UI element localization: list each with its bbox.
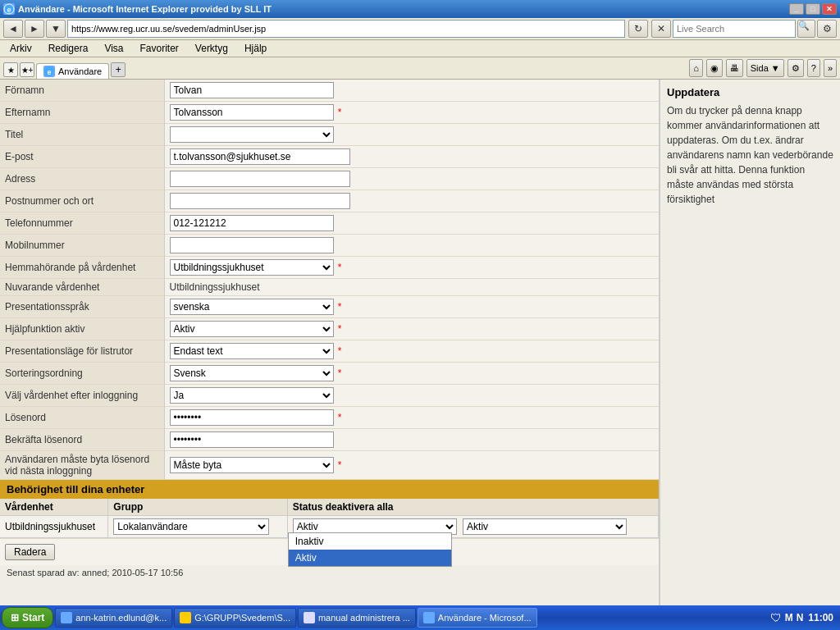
label-losenord: Lösenord xyxy=(0,407,164,429)
menu-visa[interactable]: Visa xyxy=(101,42,126,55)
input-epost[interactable] xyxy=(170,148,350,165)
label-hjalp: Hjälpfunktion aktiv xyxy=(0,318,164,340)
main-row: Förnamn Efternamn * Titel xyxy=(0,80,840,611)
refresh-button[interactable]: ↻ xyxy=(628,20,648,38)
dropdown-button[interactable]: ▼ xyxy=(46,20,66,38)
search-input[interactable] xyxy=(673,20,796,38)
print-button[interactable]: 🖶 xyxy=(726,59,743,77)
rss-button[interactable]: ◉ xyxy=(706,59,723,77)
menu-redigera[interactable]: Redigera xyxy=(45,42,92,55)
value-postnummer xyxy=(164,190,659,212)
minimize-button[interactable]: _ xyxy=(789,3,804,15)
menubar: Arkiv Redigera Visa Favoriter Verktyg Hj… xyxy=(0,40,840,57)
perm-header-grupp: Grupp xyxy=(108,499,287,516)
content-wrapper: Förnamn Efternamn * Titel xyxy=(0,80,840,628)
address-input[interactable] xyxy=(67,20,625,38)
value-valj-vardenhet: Ja xyxy=(164,385,659,407)
label-efternamn: Efternamn xyxy=(0,102,164,124)
input-mobil[interactable] xyxy=(170,237,334,253)
input-telefon[interactable] xyxy=(170,215,334,231)
select-status-2[interactable]: Aktiv xyxy=(463,518,627,535)
input-efternamn[interactable] xyxy=(170,104,334,121)
input-postnummer[interactable] xyxy=(170,193,350,209)
label-postnummer: Postnummer och ort xyxy=(0,190,164,212)
perm-status-cell: Aktiv Inaktiv Aktiv Aktiv xyxy=(287,516,658,538)
dropdown-item-aktiv[interactable]: Aktiv xyxy=(289,550,451,566)
taskbar-item-2[interactable]: manual administrera ... xyxy=(298,608,416,628)
tools-button[interactable]: ⚙ xyxy=(788,59,804,77)
help-button[interactable]: ? xyxy=(807,59,820,77)
input-fornamn[interactable] xyxy=(170,82,334,98)
maximize-button[interactable]: □ xyxy=(806,3,820,15)
dropdown-item-inaktiv[interactable]: Inaktiv xyxy=(289,533,451,550)
value-hjalp: Aktiv * xyxy=(164,318,659,340)
value-efternamn: * xyxy=(164,102,659,124)
radera-button[interactable]: Radera xyxy=(5,544,55,560)
stop-button[interactable]: ✕ xyxy=(651,20,671,38)
taskbar-item-1[interactable]: G:\GRUPP\Svedem\S... xyxy=(174,608,296,628)
page-button[interactable]: Sida ▼ xyxy=(746,59,784,77)
menu-verktyg[interactable]: Verktyg xyxy=(192,42,231,55)
window-controls[interactable]: _ □ ✕ xyxy=(789,3,837,15)
value-losenord: * xyxy=(164,407,659,429)
value-titel xyxy=(164,124,659,146)
required-star-presläge: * xyxy=(338,345,342,357)
value-epost xyxy=(164,146,659,168)
status-dropdown: Inaktiv Aktiv xyxy=(288,532,452,567)
home-button[interactable]: ⌂ xyxy=(689,59,703,77)
table-row: Förnamn xyxy=(0,80,659,102)
table-row: Mobilnummer xyxy=(0,235,659,257)
back-button[interactable]: ◄ xyxy=(3,20,23,38)
input-losenord[interactable] xyxy=(170,409,334,426)
taskbar-item-3[interactable]: Användare - Microsof... xyxy=(418,608,537,628)
label-telefon: Telefonnummer xyxy=(0,212,164,235)
value-telefon xyxy=(164,212,659,235)
value-presläge: Endast text * xyxy=(164,340,659,363)
value-sprak: svenska * xyxy=(164,296,659,318)
required-star-byta: * xyxy=(338,459,342,471)
select-byta-losenord[interactable]: Måste byta xyxy=(170,457,334,473)
svg-text:e: e xyxy=(7,6,11,14)
select-hjalp[interactable]: Aktiv xyxy=(170,321,334,337)
new-tab-button[interactable]: + xyxy=(111,62,126,77)
select-sprak[interactable]: svenska xyxy=(170,299,334,315)
menu-hjalp[interactable]: Hjälp xyxy=(241,42,270,55)
favorites-star-icon[interactable]: ★ xyxy=(3,62,18,77)
taskbar-icon-ie xyxy=(61,612,72,623)
tools-extra-button[interactable]: ⚙ xyxy=(817,20,837,38)
label-adress: Adress xyxy=(0,168,164,190)
add-favorites-icon[interactable]: ★+ xyxy=(20,62,34,77)
table-row: Bekräfta lösenord xyxy=(0,429,659,451)
search-button[interactable]: 🔍 xyxy=(797,20,815,38)
table-row: Presentationsspråk svenska * xyxy=(0,296,659,318)
menu-favoriter[interactable]: Favoriter xyxy=(137,42,182,55)
table-row: Hjälpfunktion aktiv Aktiv * xyxy=(0,318,659,340)
table-row: Användaren måste byta lösenord vid nästa… xyxy=(0,451,659,480)
input-adress[interactable] xyxy=(170,171,350,187)
input-bekrafta-losenord[interactable] xyxy=(170,431,334,448)
start-button[interactable]: ⊞ Start xyxy=(2,607,53,628)
perm-vardenhet-cell: Utbildningssjukhuset xyxy=(0,516,108,538)
taskbar-label-2: manual administrera ... xyxy=(318,613,410,623)
taskbar-item-0[interactable]: ann-katrin.edlund@k... xyxy=(55,608,172,628)
text-nuvarande: Utbildningssjukhuset xyxy=(170,281,260,293)
browser-toolbar: ◄ ► ▼ ↻ ✕ 🔍 ⚙ xyxy=(0,18,840,40)
required-star-sortering: * xyxy=(338,368,342,379)
select-grupp[interactable]: Lokalanvändare xyxy=(113,518,269,535)
label-byta-losenord: Användaren måste byta lösenord vid nästa… xyxy=(0,451,164,480)
select-hemmahorande[interactable]: Utbildningssjukhuset xyxy=(170,259,334,276)
extra-button[interactable]: » xyxy=(824,59,837,77)
label-nuvarande: Nuvarande vårdenhet xyxy=(0,279,164,296)
select-valj-vardenhet[interactable]: Ja xyxy=(170,387,334,404)
select-presläge[interactable]: Endast text xyxy=(170,343,334,359)
info-panel-title: Uppdatera xyxy=(667,86,833,98)
value-hemmahorande: Utbildningssjukhuset * xyxy=(164,257,659,279)
form-container: Förnamn Efternamn * Titel xyxy=(0,80,660,611)
select-sortering[interactable]: Svensk xyxy=(170,365,334,381)
forward-button[interactable]: ► xyxy=(25,20,44,38)
close-button[interactable]: ✕ xyxy=(822,3,837,15)
browser-tab-anvandare[interactable]: e Användare xyxy=(36,63,109,79)
select-titel[interactable] xyxy=(170,126,334,143)
menu-arkiv[interactable]: Arkiv xyxy=(7,42,35,55)
label-hemmahorande: Hemmahörande på vårdenhet xyxy=(0,257,164,279)
